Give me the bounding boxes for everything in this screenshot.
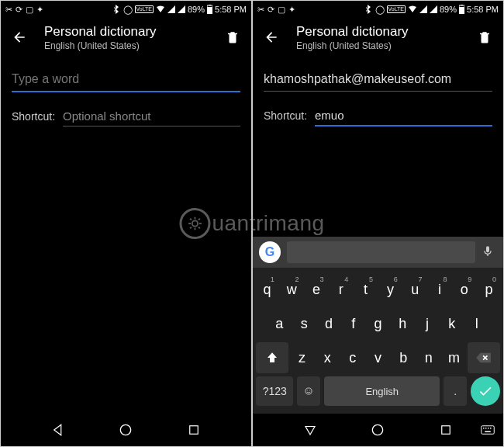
page-title: Personal dictionary <box>296 24 475 40</box>
key-w[interactable]: w2 <box>281 274 303 305</box>
bluetooth-icon <box>365 5 373 14</box>
shortcut-value: emuo <box>315 109 344 122</box>
key-symbols[interactable]: ?123 <box>256 376 293 406</box>
key-p[interactable]: p0 <box>478 274 500 305</box>
key-y[interactable]: y6 <box>379 274 402 305</box>
battery-icon <box>207 5 212 14</box>
nav-recent-button[interactable] <box>437 421 455 439</box>
key-c[interactable]: c <box>341 342 364 373</box>
svg-rect-17 <box>485 428 487 429</box>
shortcut-input[interactable]: emuo <box>315 106 492 126</box>
status-bar: ✂ ⟳ ▢ ✦ ◯ VoLTE 89% <box>1 1 251 18</box>
svg-rect-4 <box>190 426 198 435</box>
key-o[interactable]: o9 <box>453 274 475 305</box>
nav-back-button[interactable] <box>301 421 319 439</box>
loop-icon: ✦ <box>36 5 43 15</box>
key-period[interactable]: . <box>444 376 467 406</box>
nav-home-button[interactable] <box>368 421 387 439</box>
app-bar: Personal dictionary English (United Stat… <box>1 18 251 57</box>
scissors-icon: ✂ <box>5 5 12 15</box>
svg-point-12 <box>309 390 310 390</box>
key-l[interactable]: l <box>465 308 488 339</box>
word-value: khamoshpathak@makeuseof.com <box>264 72 451 85</box>
key-enter[interactable] <box>471 376 500 406</box>
key-u[interactable]: u7 <box>404 274 426 305</box>
svg-rect-20 <box>485 431 491 433</box>
nav-home-button[interactable] <box>116 421 135 439</box>
page-title: Personal dictionary <box>44 24 223 40</box>
svg-point-11 <box>307 390 308 390</box>
svg-point-13 <box>373 424 383 435</box>
status-bar: ✂ ⟳ ▢ ✦ ◯ VoLTE 89% <box>253 1 503 18</box>
svg-rect-18 <box>488 428 489 429</box>
key-h[interactable]: h <box>392 308 414 339</box>
key-j[interactable]: j <box>416 308 439 339</box>
scissors-icon: ✂ <box>257 5 264 15</box>
back-button[interactable] <box>10 28 29 47</box>
shortcut-input[interactable]: Optional shortcut <box>63 106 240 126</box>
key-backspace[interactable] <box>468 342 500 373</box>
svg-rect-16 <box>483 428 485 429</box>
key-r[interactable]: r4 <box>330 274 352 305</box>
page-subtitle: English (United States) <box>44 40 223 51</box>
loop-icon: ✦ <box>288 5 295 15</box>
key-q[interactable]: q1 <box>256 274 278 305</box>
key-z[interactable]: z <box>291 342 314 373</box>
back-button[interactable] <box>262 28 281 47</box>
key-space[interactable]: English <box>324 376 440 406</box>
svg-rect-2 <box>209 5 211 5</box>
circle-icon: ◯ <box>375 5 385 15</box>
key-comma[interactable] <box>297 376 320 406</box>
key-i[interactable]: i8 <box>429 274 451 305</box>
key-e[interactable]: e3 <box>306 274 328 305</box>
key-t[interactable]: t5 <box>354 274 377 305</box>
sync-icon: ⟳ <box>268 5 274 15</box>
content-area: Type a word Shortcut: Optional shortcut <box>1 57 251 414</box>
key-f[interactable]: f <box>342 308 364 339</box>
google-icon[interactable]: G <box>259 241 281 263</box>
mic-icon[interactable] <box>482 244 497 260</box>
key-m[interactable]: m <box>443 342 466 373</box>
key-n[interactable]: n <box>417 342 440 373</box>
suggestion-input[interactable] <box>287 241 475 263</box>
circle-icon: ◯ <box>123 5 133 15</box>
key-s[interactable]: s <box>293 308 316 339</box>
nav-bar <box>253 414 503 446</box>
key-k[interactable]: k <box>440 308 463 339</box>
svg-rect-6 <box>459 7 464 14</box>
word-input[interactable]: khamoshpathak@makeuseof.com <box>264 68 492 92</box>
key-a[interactable]: a <box>268 308 291 339</box>
key-g[interactable]: g <box>367 308 389 339</box>
battery-text: 89% <box>188 5 205 14</box>
image-icon: ▢ <box>278 5 285 15</box>
word-input[interactable]: Type a word <box>12 68 240 92</box>
shortcut-label: Shortcut: <box>12 110 55 123</box>
page-subtitle: English (United States) <box>296 40 475 51</box>
volte-badge: VoLTE <box>387 5 406 13</box>
svg-rect-15 <box>482 426 495 435</box>
nav-back-button[interactable] <box>49 421 67 439</box>
word-placeholder: Type a word <box>12 72 79 85</box>
battery-icon <box>459 5 464 14</box>
nav-recent-button[interactable] <box>185 421 203 439</box>
shortcut-label: Shortcut: <box>264 109 307 122</box>
key-b[interactable]: b <box>392 342 415 373</box>
delete-button[interactable] <box>475 28 494 47</box>
app-bar: Personal dictionary English (United Stat… <box>253 18 503 57</box>
key-d[interactable]: d <box>318 308 340 339</box>
key-shift[interactable] <box>256 342 288 373</box>
nav-keyboard-button[interactable] <box>478 421 497 439</box>
wifi-icon <box>408 5 417 13</box>
key-v[interactable]: v <box>367 342 390 373</box>
delete-button[interactable] <box>223 28 242 47</box>
spacer <box>253 134 503 237</box>
key-x[interactable]: x <box>316 342 339 373</box>
signal-icon-2 <box>430 5 437 13</box>
signal-icon-2 <box>178 5 185 13</box>
content-area: khamoshpathak@makeuseof.com Shortcut: em… <box>253 57 503 134</box>
shortcut-placeholder: Optional shortcut <box>63 109 150 123</box>
phone-right: ✂ ⟳ ▢ ✦ ◯ VoLTE 89% <box>253 1 503 446</box>
time-text: 5:58 PM <box>467 5 499 14</box>
svg-point-3 <box>121 424 131 435</box>
time-text: 5:58 PM <box>215 5 247 14</box>
